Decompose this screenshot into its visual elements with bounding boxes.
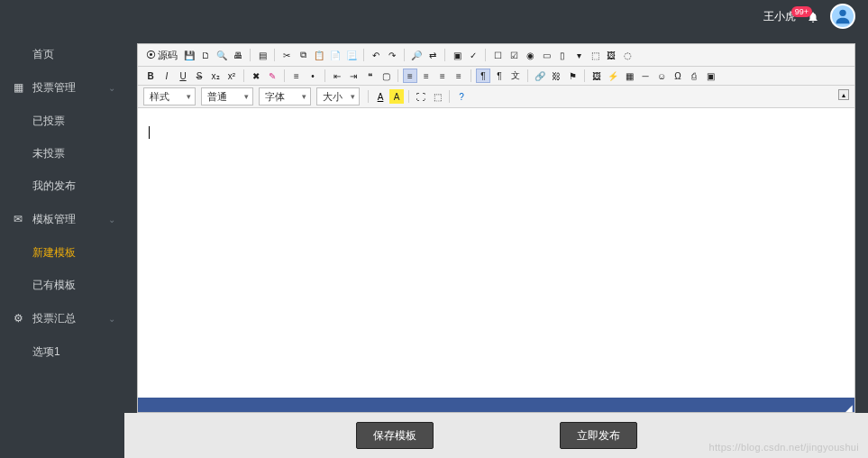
hr-icon[interactable]: ─: [638, 69, 653, 83]
sidebar-group-template[interactable]: ✉ 模板管理 ⌄: [0, 202, 124, 236]
font-dropdown[interactable]: 字体▾: [259, 87, 311, 105]
italic-icon[interactable]: I: [160, 69, 174, 83]
size-dropdown[interactable]: 大小▾: [316, 87, 360, 105]
rich-text-editor: ⦿源码 💾 🗋 🔍 🖶 ▤ ✂ ⧉ 📋 📄 📃 ↶ ↷ 🔎 ⇄ ▣ ✓ ☐ ☑: [137, 43, 855, 413]
subscript-icon[interactable]: x₂: [208, 69, 223, 83]
publish-button[interactable]: 立即发布: [560, 422, 637, 449]
specialchar-icon[interactable]: Ω: [671, 69, 685, 83]
undo-icon[interactable]: ↶: [369, 48, 383, 62]
about-icon[interactable]: ?: [454, 89, 469, 104]
style-dropdown[interactable]: 样式▾: [143, 87, 196, 105]
numberlist-icon[interactable]: ≡: [289, 69, 304, 83]
flash-icon[interactable]: ⚡: [606, 69, 620, 83]
table-icon[interactable]: ▦: [622, 69, 636, 83]
smiley-icon[interactable]: ☺: [654, 69, 669, 83]
align-left-icon[interactable]: ≡: [403, 69, 417, 83]
select-icon[interactable]: ▾: [571, 48, 586, 62]
div-icon[interactable]: ▢: [379, 69, 393, 83]
bulletlist-icon[interactable]: •: [306, 69, 320, 83]
hidden-icon[interactable]: ◌: [620, 48, 635, 62]
sidebar-item-unvoted[interactable]: 未投票: [0, 137, 124, 169]
underline-icon[interactable]: U: [176, 69, 190, 83]
replace-icon[interactable]: ⇄: [425, 48, 440, 62]
justify-icon[interactable]: ≡: [452, 69, 466, 83]
unlink-icon[interactable]: ⛓: [549, 69, 563, 83]
editor-content[interactable]: [138, 114, 854, 398]
form-icon[interactable]: ☐: [490, 48, 505, 62]
sidebar-item-newtpl[interactable]: 新建模板: [0, 236, 124, 269]
editor-toolbar-row2: B I U S x₂ x² ✖ ✎ ≡ • ⇤ ⇥ ❝ ▢ ≡ ≡ ≡ ≡ ¶ …: [138, 67, 854, 86]
link-icon[interactable]: 🔗: [533, 69, 547, 83]
save-icon[interactable]: 💾: [182, 48, 196, 62]
superscript-icon[interactable]: x²: [224, 69, 239, 83]
outdent-icon[interactable]: ⇤: [330, 69, 344, 83]
avatar[interactable]: [830, 4, 855, 29]
iframe-icon[interactable]: ▣: [703, 69, 717, 83]
indent-icon[interactable]: ⇥: [346, 69, 361, 83]
source-button[interactable]: ⦿源码: [143, 49, 180, 62]
strike-icon[interactable]: S: [192, 69, 206, 83]
templates-icon[interactable]: ▤: [255, 48, 270, 62]
spellcheck-icon[interactable]: ✓: [466, 48, 480, 62]
paste-text-icon[interactable]: 📄: [328, 48, 343, 62]
button-icon[interactable]: ⬚: [588, 48, 602, 62]
sidebar-item-voted[interactable]: 已投票: [0, 105, 124, 137]
newpage-icon[interactable]: 🗋: [198, 48, 213, 62]
sidebar-group-summary[interactable]: ⚙ 投票汇总 ⌄: [0, 301, 124, 335]
ltr-icon[interactable]: ¶: [476, 69, 490, 83]
paste-icon[interactable]: 📋: [312, 48, 326, 62]
sidebar-item-option1[interactable]: 选项1: [0, 335, 124, 368]
redo-icon[interactable]: ↷: [385, 48, 399, 62]
copy-icon[interactable]: ⧉: [296, 48, 310, 62]
chevron-down-icon: ▾: [244, 92, 249, 101]
cut-icon[interactable]: ✂: [279, 48, 294, 62]
watermark-text: https://blog.csdn.net/jingyoushui: [709, 442, 859, 453]
align-right-icon[interactable]: ≡: [435, 69, 450, 83]
bgcolor-icon[interactable]: A: [389, 89, 404, 104]
image-icon[interactable]: 🖼: [589, 69, 604, 83]
bell-icon[interactable]: 99+: [807, 11, 819, 26]
sidebar-item-home[interactable]: 首页: [0, 38, 124, 70]
selectall-icon[interactable]: ▣: [450, 48, 464, 62]
paragraph-dropdown[interactable]: 普通▾: [201, 87, 253, 105]
save-template-button[interactable]: 保存模板: [356, 422, 434, 449]
mail-icon: ✉: [11, 213, 25, 225]
removeformat-icon[interactable]: ✖: [249, 69, 263, 83]
radio-icon[interactable]: ◉: [523, 48, 537, 62]
maximize-icon[interactable]: ⛶: [414, 89, 428, 104]
action-bar: 保存模板 立即发布 https://blog.csdn.net/jingyous…: [124, 413, 868, 458]
imagebtn-icon[interactable]: 🖼: [604, 48, 618, 62]
language-icon[interactable]: 文: [508, 69, 523, 83]
rtl-icon[interactable]: ¶: [492, 69, 507, 83]
bold-icon[interactable]: B: [143, 69, 158, 83]
chevron-down-icon: ⌄: [108, 314, 115, 324]
editor-statusbar: ◢: [138, 398, 854, 412]
copyformat-icon[interactable]: ✎: [265, 69, 279, 83]
find-icon[interactable]: 🔎: [409, 48, 424, 62]
sidebar-item-exist-tpl[interactable]: 已有模板: [0, 269, 124, 301]
anchor-icon[interactable]: ⚑: [565, 69, 580, 83]
sidebar: ✉ 首页 ⌄ 首页 ▦ 投票管理 ⌄ 已投票 未投票 我的发布 ✉ 模板管理 ⌄…: [0, 0, 124, 458]
gear-icon: ⚙: [11, 312, 25, 325]
textfield-icon[interactable]: ▭: [539, 48, 553, 62]
sidebar-group-label: 投票汇总: [32, 311, 76, 326]
preview-icon[interactable]: 🔍: [215, 48, 229, 62]
textarea-icon[interactable]: ▯: [555, 48, 570, 62]
resize-handle-icon[interactable]: ◢: [845, 403, 854, 412]
svg-point-0: [839, 10, 845, 16]
collapse-toolbar-button[interactable]: ▴: [838, 89, 849, 100]
showblocks-icon[interactable]: ⬚: [430, 89, 444, 104]
checkbox-icon[interactable]: ☑: [507, 48, 521, 62]
sidebar-group-vote[interactable]: ▦ 投票管理 ⌄: [0, 70, 124, 105]
sidebar-item-mypub[interactable]: 我的发布: [0, 169, 124, 202]
chevron-down-icon: ▾: [351, 92, 355, 101]
print-icon[interactable]: 🖶: [231, 48, 245, 62]
pagebreak-icon[interactable]: ⎙: [687, 69, 701, 83]
grid-icon: ▦: [11, 81, 25, 94]
textcolor-icon[interactable]: A: [373, 89, 388, 104]
blockquote-icon[interactable]: ❝: [362, 69, 377, 83]
code-icon: ⦿: [146, 50, 156, 60]
paste-word-icon[interactable]: 📃: [344, 48, 359, 62]
editor-toolbar-row3: 样式▾ 普通▾ 字体▾ 大小▾ A A ⛶ ⬚ ? ▴: [138, 86, 854, 108]
align-center-icon[interactable]: ≡: [419, 69, 434, 83]
